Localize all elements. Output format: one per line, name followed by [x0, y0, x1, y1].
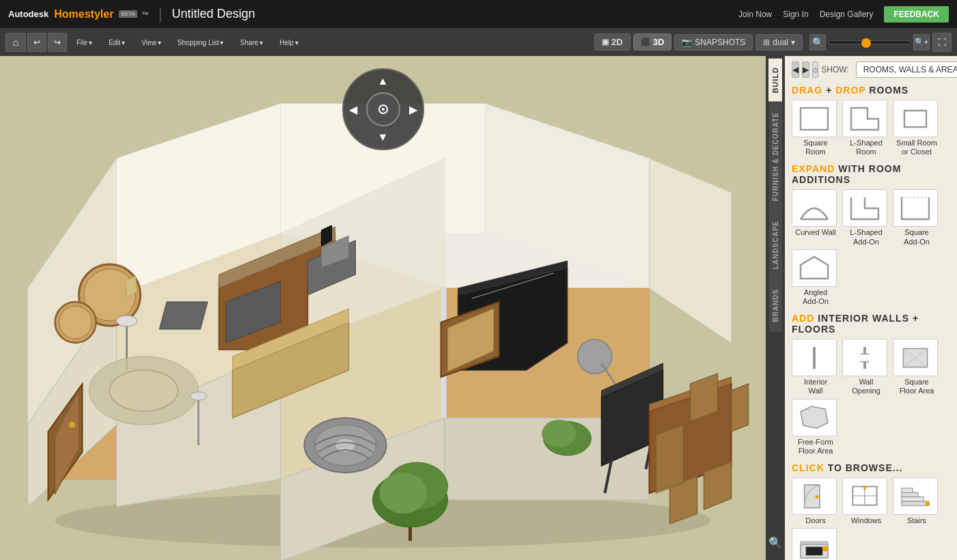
square-room-icon: [792, 100, 837, 137]
3d-button[interactable]: ⬛ 3D: [633, 33, 672, 51]
interior-wall-icon: [792, 339, 837, 376]
dual-icon: ⊞: [763, 38, 770, 47]
svg-point-114: [822, 546, 828, 551]
l-shaped-room-item[interactable]: L-ShapedRoom: [842, 100, 890, 156]
shopping-list-menu[interactable]: Shopping List▾: [169, 33, 231, 51]
doors-item[interactable]: Doors: [792, 477, 840, 525]
tab-build[interactable]: BUILD: [768, 59, 782, 102]
wall-opening-icon: [842, 339, 887, 376]
svg-point-56: [380, 473, 428, 514]
feedback-button[interactable]: FEEDBACK: [884, 6, 949, 23]
svg-point-101: [816, 496, 819, 499]
windows-icon: [842, 477, 887, 515]
tab-brands[interactable]: BRANDS: [769, 279, 782, 332]
nav-center-button[interactable]: [366, 92, 400, 126]
svg-point-84: [382, 108, 385, 111]
join-now-link[interactable]: Join Now: [738, 10, 772, 19]
panel-forward-button[interactable]: ▶: [802, 61, 809, 78]
home-button[interactable]: ⌂: [5, 33, 26, 52]
small-room-label: Small Roomor Closet: [893, 139, 941, 156]
square-floor-item[interactable]: SquareFloor Area: [893, 339, 941, 395]
svg-rect-113: [801, 542, 828, 544]
expand-section-title: EXPAND WITH ROOM ADDITIONS: [792, 163, 950, 185]
square-floor-icon: [893, 339, 938, 376]
svg-rect-112: [806, 547, 822, 555]
nav-right-button[interactable]: ▶: [409, 103, 417, 116]
angled-addon-item[interactable]: AngledAdd-On: [792, 249, 840, 306]
svg-rect-108: [902, 493, 918, 497]
sign-in-link[interactable]: Sign In: [783, 10, 808, 19]
walls-floors-grid: InteriorWall WallOpening: [792, 339, 950, 456]
nav-ring[interactable]: ◀ ▶ ▲ ▼: [342, 68, 424, 150]
windows-item[interactable]: Windows: [842, 477, 890, 525]
wall-opening-label: WallOpening: [842, 378, 890, 395]
top-links: Join Now Sign In Design Gallery FEEDBACK: [738, 6, 949, 23]
file-menu[interactable]: File▾: [68, 33, 99, 51]
topbar: Autodesk Homestyler BETA ™ | Untitled De…: [0, 0, 957, 28]
curved-wall-icon: [792, 189, 837, 227]
small-room-item[interactable]: Small Roomor Closet: [893, 100, 941, 156]
canvas-area[interactable]: ◀ ▶ ▲ ▼: [0, 56, 766, 560]
snapshots-button[interactable]: 📷 SNAPSHOTS: [674, 34, 753, 51]
zoom-area: 🔍 🔍+ ⛶: [809, 33, 952, 52]
main-content: ◀ ▶ ▲ ▼ BUILD FURNISH & DECOR: [0, 56, 957, 560]
svg-point-38: [117, 316, 137, 326]
tab-furnish[interactable]: FURNISH & DECORATE: [769, 102, 782, 211]
nav-up-button[interactable]: ▲: [378, 75, 389, 87]
panel-home-button[interactable]: ⌂: [812, 61, 818, 78]
panel-back-button[interactable]: ◀: [792, 61, 799, 78]
l-shaped-addon-item[interactable]: L-ShapedAdd-On: [842, 189, 890, 246]
dual-button[interactable]: ⊞ dual ▾: [755, 34, 803, 51]
freeform-floor-label: Free-FormFloor Area: [792, 438, 840, 456]
nav-down-button[interactable]: ▼: [378, 131, 389, 143]
undo-button[interactable]: ↩: [27, 33, 46, 52]
svg-point-36: [59, 306, 92, 339]
zoom-slider[interactable]: [829, 40, 911, 44]
wall-opening-item[interactable]: WallOpening: [842, 339, 890, 395]
fireplaces-icon: [792, 528, 837, 560]
design-gallery-link[interactable]: Design Gallery: [820, 10, 874, 19]
project-title[interactable]: Untitled Design: [171, 7, 255, 21]
2d-button[interactable]: ▣ 2D: [594, 33, 630, 51]
help-menu[interactable]: Help▾: [271, 33, 305, 51]
camera-icon: 📷: [682, 38, 692, 47]
search-tab[interactable]: 🔍: [763, 531, 788, 555]
additions-grid: Curved Wall L-ShapedAdd-On: [792, 189, 950, 306]
view-menu[interactable]: View▾: [133, 33, 168, 51]
share-menu[interactable]: Share▾: [232, 33, 270, 51]
square-addon-item[interactable]: SquareAdd-On: [893, 189, 941, 246]
svg-marker-90: [801, 257, 828, 279]
svg-point-42: [191, 392, 207, 400]
svg-marker-99: [801, 406, 828, 428]
l-shaped-room-label: L-ShapedRoom: [842, 139, 890, 156]
zoom-handle[interactable]: [861, 38, 871, 48]
nav-left-button[interactable]: ◀: [349, 103, 357, 116]
interior-wall-item[interactable]: InteriorWall: [792, 339, 840, 395]
show-dropdown[interactable]: ROOMS, WALLS & AREAS FLOORS WALLS ROOMS: [856, 61, 957, 78]
stairs-label: Stairs: [893, 516, 941, 525]
tab-landscape[interactable]: LANDSCAPE: [769, 211, 782, 279]
svg-marker-73: [656, 425, 684, 493]
fireplaces-item[interactable]: Fireplaces: [792, 528, 840, 560]
trademark: ™: [141, 10, 149, 18]
svg-rect-109: [902, 488, 913, 492]
freeform-floor-icon: [792, 399, 837, 436]
interior-walls-section-title: ADD INTERIOR WALLS + FLOORS: [792, 313, 950, 335]
edit-menu[interactable]: Edit▾: [100, 33, 132, 51]
freeform-floor-item[interactable]: Free-FormFloor Area: [792, 399, 840, 456]
curved-wall-item[interactable]: Curved Wall: [792, 189, 840, 246]
svg-rect-46: [159, 302, 208, 329]
zoom-in-button[interactable]: 🔍+: [913, 34, 930, 51]
doors-label: Doors: [792, 516, 840, 525]
square-room-label: SquareRoom: [792, 139, 840, 156]
square-addon-icon: [893, 189, 938, 227]
fullscreen-button[interactable]: ⛶: [932, 33, 952, 52]
stairs-item[interactable]: Stairs: [893, 477, 941, 525]
autodesk-brand: Autodesk: [8, 9, 48, 19]
square-room-item[interactable]: SquareRoom: [792, 100, 840, 156]
square-floor-label: SquareFloor Area: [893, 378, 941, 395]
curved-wall-label: Curved Wall: [792, 228, 840, 237]
zoom-out-button[interactable]: 🔍: [809, 34, 826, 51]
redo-button[interactable]: ↪: [48, 33, 67, 52]
svg-point-105: [863, 486, 867, 490]
